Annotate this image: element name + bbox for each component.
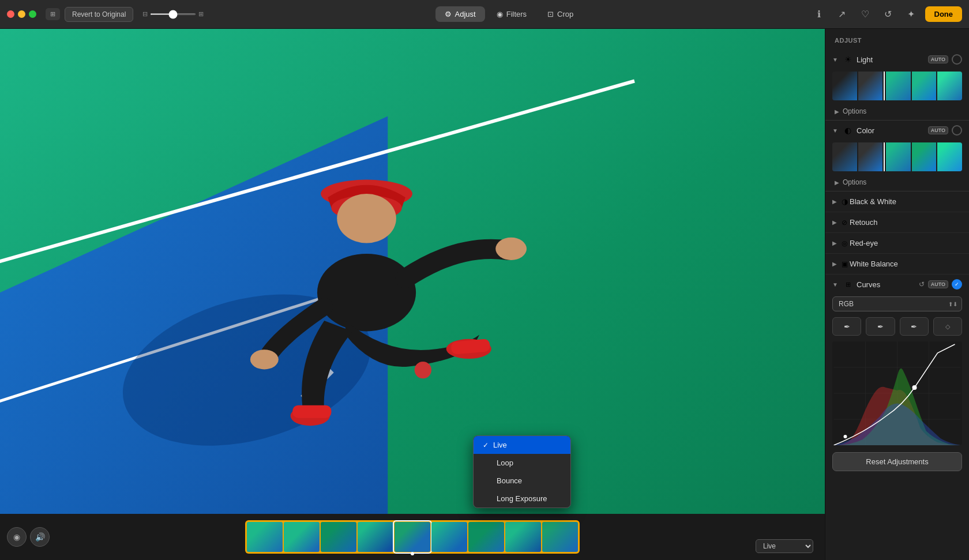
histogram-svg [832, 341, 962, 445]
eyedropper-mid-icon: ✒ [877, 322, 884, 331]
color-thumb-divider [884, 142, 885, 171]
filmstrip-frame-7[interactable] [468, 522, 504, 552]
color-thumb-3[interactable] [886, 142, 911, 171]
window-mode-icon: ⊞ [50, 10, 55, 18]
retouch-title: Retouch [850, 218, 962, 227]
white-balance-section[interactable]: ▶ ▣ White Balance [825, 254, 969, 275]
curves-enable-btn[interactable]: ✓ [952, 279, 962, 290]
filmstrip-frame-6[interactable] [431, 522, 467, 552]
color-thumb-1[interactable] [832, 142, 857, 171]
rotate-button[interactable]: ↺ [879, 5, 897, 24]
light-thumb-3[interactable] [886, 72, 911, 100]
rgb-channel-select[interactable]: RGB Red Green Blue [832, 296, 962, 311]
zoom-slider[interactable] [150, 13, 196, 15]
filmstrip-frame-2[interactable] [284, 522, 320, 552]
light-auto-badge[interactable]: AUTO [928, 55, 948, 63]
curves-reset-icon[interactable]: ↺ [919, 280, 925, 288]
volume-button[interactable]: 🔊 [30, 527, 50, 547]
panel-header: ADJUST [825, 29, 969, 50]
more-button[interactable]: ✦ [902, 5, 921, 24]
eyedropper-dark-btn[interactable]: ✒ [832, 317, 861, 336]
light-thumb-4[interactable] [912, 72, 937, 100]
curves-header[interactable]: ▼ ⊞ Curves ↺ AUTO ✓ [825, 275, 969, 294]
color-options-label: Options [843, 178, 866, 186]
dropdown-item-live[interactable]: ✓ Live [474, 436, 570, 454]
color-thumb-5[interactable] [937, 142, 962, 171]
light-title: Light [857, 55, 925, 64]
svg-point-16 [337, 194, 396, 243]
svg-point-26 [912, 385, 917, 390]
share-button[interactable]: ↗ [833, 5, 851, 24]
revert-button[interactable]: Revert to Original [65, 7, 133, 22]
light-options-row[interactable]: ▶ Options [825, 105, 969, 120]
dropdown-label-live: Live [493, 441, 507, 449]
svg-rect-10 [292, 405, 331, 418]
adjust-tab[interactable]: ⚙ Adjust [435, 6, 485, 22]
wb-title: White Balance [850, 260, 962, 268]
filmstrip-frame-5[interactable] [395, 522, 430, 552]
curves-graph[interactable] [832, 341, 962, 445]
filmstrip-frame-3[interactable] [321, 522, 356, 552]
light-chevron-icon: ▼ [832, 57, 839, 63]
toolbar-center: ⚙ Adjust ◉ Filters ⊡ Crop [213, 6, 805, 22]
reset-adjustments-button[interactable]: Reset Adjustments [832, 452, 962, 471]
minimize-button[interactable] [18, 10, 25, 18]
color-enable-btn[interactable] [952, 125, 962, 136]
dropdown-item-long-exposure[interactable]: Long Exposure [474, 490, 570, 508]
curves-check-icon: ✓ [955, 281, 959, 287]
color-options-row[interactable]: ▶ Options [825, 176, 969, 191]
svg-point-13 [415, 362, 431, 378]
dropdown-label-long-exposure: Long Exposure [497, 494, 547, 503]
filmstrip-frame-4[interactable] [358, 522, 393, 552]
black-white-section[interactable]: ▶ ◑ Black & White [825, 191, 969, 212]
eyedropper-light-btn[interactable]: ✒ [900, 317, 929, 336]
filmstrip-frame-1[interactable] [247, 522, 283, 552]
light-section-header[interactable]: ▼ ☀ Light AUTO [825, 50, 969, 69]
curves-title: Curves [857, 280, 915, 289]
filmstrip-frame-9[interactable] [542, 522, 578, 552]
color-section: ▼ ◐ Color AUTO ▶ Options [825, 121, 969, 191]
photo-container[interactable] [0, 29, 825, 514]
light-thumb-5[interactable] [937, 72, 962, 100]
filmstrip-area: ◉ 🔊 [0, 514, 825, 560]
retouch-section[interactable]: ▶ ⊘ Retouch [825, 212, 969, 233]
crop-tab[interactable]: ⊡ Crop [538, 6, 583, 22]
color-thumb-4[interactable] [912, 142, 937, 171]
retouch-chevron-icon: ▶ [832, 219, 839, 225]
eyedropper-auto-btn[interactable]: ◇ [933, 317, 962, 336]
info-button[interactable]: ℹ [810, 5, 828, 24]
red-eye-title: Red-eye [850, 239, 962, 247]
photo-image [0, 29, 825, 514]
light-actions: AUTO [928, 54, 962, 65]
done-button[interactable]: Done [925, 6, 963, 22]
eyedropper-mid-btn[interactable]: ✒ [866, 317, 895, 336]
color-chevron-icon: ▼ [832, 127, 839, 134]
dropdown-item-loop[interactable]: Loop [474, 454, 570, 472]
light-thumb-1[interactable] [832, 72, 857, 100]
mute-button[interactable]: ◉ [7, 527, 27, 547]
curves-auto-badge[interactable]: AUTO [928, 280, 948, 288]
playback-select[interactable]: Live Loop Bounce Long Exposure [756, 539, 813, 553]
curves-actions: ↺ AUTO ✓ [919, 279, 962, 290]
color-actions: AUTO [928, 125, 962, 136]
window-mode-button[interactable]: ⊞ [46, 8, 60, 20]
favorite-button[interactable]: ♡ [856, 5, 874, 24]
filmstrip [245, 520, 580, 554]
light-thumb-2[interactable] [858, 72, 883, 100]
light-enable-btn[interactable] [952, 54, 962, 65]
bw-title: Black & White [850, 197, 962, 206]
filters-tab[interactable]: ◉ Filters [487, 6, 536, 22]
color-section-header[interactable]: ▼ ◐ Color AUTO [825, 121, 969, 140]
close-button[interactable] [7, 10, 14, 18]
dropdown-item-bounce[interactable]: Bounce [474, 472, 570, 490]
color-thumb-2[interactable] [858, 142, 883, 171]
color-auto-badge[interactable]: AUTO [928, 126, 948, 134]
light-section: ▼ ☀ Light AUTO ▶ Options [825, 50, 969, 121]
bw-icon: ◑ [839, 197, 850, 206]
red-eye-section[interactable]: ▶ ◎ Red-eye [825, 233, 969, 254]
filmstrip-frame-8[interactable] [505, 522, 541, 552]
svg-point-27 [844, 435, 847, 438]
fullscreen-button[interactable] [29, 10, 36, 18]
zoom-out-icon: ⊟ [142, 10, 148, 18]
right-panel: ADJUST ▼ ☀ Light AUTO [825, 29, 969, 560]
